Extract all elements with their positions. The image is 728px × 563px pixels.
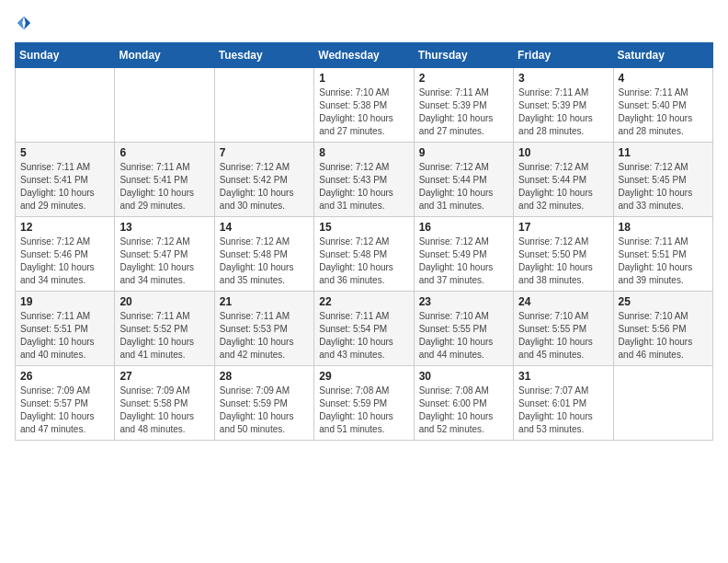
day-number: 27	[119, 370, 209, 383]
day-info: Sunrise: 7:12 AM Sunset: 5:43 PM Dayligh…	[319, 161, 408, 213]
day-number: 16	[419, 221, 508, 234]
calendar-cell: 30Sunrise: 7:08 AM Sunset: 6:00 PM Dayli…	[414, 366, 513, 441]
calendar-cell	[16, 68, 115, 143]
day-info: Sunrise: 7:11 AM Sunset: 5:40 PM Dayligh…	[619, 86, 708, 138]
day-number: 26	[20, 370, 109, 383]
day-info: Sunrise: 7:10 AM Sunset: 5:55 PM Dayligh…	[419, 310, 508, 362]
calendar-cell: 23Sunrise: 7:10 AM Sunset: 5:55 PM Dayli…	[414, 292, 513, 366]
day-info: Sunrise: 7:11 AM Sunset: 5:41 PM Dayligh…	[20, 161, 109, 213]
day-number: 1	[319, 72, 408, 85]
day-info: Sunrise: 7:09 AM Sunset: 5:59 PM Dayligh…	[220, 385, 309, 436]
week-row-1: 1Sunrise: 7:10 AM Sunset: 5:38 PM Daylig…	[16, 68, 713, 143]
day-number: 14	[220, 221, 309, 234]
svg-marker-1	[17, 17, 24, 29]
calendar-cell: 2Sunrise: 7:11 AM Sunset: 5:39 PM Daylig…	[414, 68, 513, 143]
day-number: 15	[319, 221, 408, 234]
day-number: 21	[220, 295, 309, 308]
day-number: 2	[419, 72, 508, 85]
day-number: 28	[220, 370, 309, 383]
day-info: Sunrise: 7:12 AM Sunset: 5:44 PM Dayligh…	[419, 161, 508, 213]
day-header-tuesday: Tuesday	[214, 43, 313, 68]
calendar-cell: 28Sunrise: 7:09 AM Sunset: 5:59 PM Dayli…	[214, 366, 313, 441]
calendar-cell: 19Sunrise: 7:11 AM Sunset: 5:51 PM Dayli…	[16, 292, 115, 366]
day-info: Sunrise: 7:10 AM Sunset: 5:56 PM Dayligh…	[619, 310, 708, 362]
day-number: 25	[619, 295, 708, 308]
day-number: 10	[518, 146, 608, 159]
calendar-cell: 25Sunrise: 7:10 AM Sunset: 5:56 PM Dayli…	[613, 292, 712, 366]
calendar-cell: 24Sunrise: 7:10 AM Sunset: 5:55 PM Dayli…	[514, 292, 613, 366]
day-header-monday: Monday	[115, 43, 214, 68]
calendar-cell: 18Sunrise: 7:11 AM Sunset: 5:51 PM Dayli…	[613, 217, 712, 292]
day-info: Sunrise: 7:09 AM Sunset: 5:57 PM Dayligh…	[20, 385, 109, 436]
calendar-cell: 16Sunrise: 7:12 AM Sunset: 5:49 PM Dayli…	[414, 217, 513, 292]
calendar-cell: 12Sunrise: 7:12 AM Sunset: 5:46 PM Dayli…	[16, 217, 115, 292]
day-number: 7	[220, 146, 309, 159]
day-number: 22	[319, 295, 408, 308]
day-number: 29	[319, 370, 408, 383]
calendar-cell: 21Sunrise: 7:11 AM Sunset: 5:53 PM Dayli…	[214, 292, 313, 366]
day-info: Sunrise: 7:11 AM Sunset: 5:51 PM Dayligh…	[20, 310, 109, 362]
week-row-4: 19Sunrise: 7:11 AM Sunset: 5:51 PM Dayli…	[16, 292, 713, 366]
calendar-cell: 8Sunrise: 7:12 AM Sunset: 5:43 PM Daylig…	[314, 143, 414, 217]
calendar-cell: 22Sunrise: 7:11 AM Sunset: 5:54 PM Dayli…	[314, 292, 414, 366]
day-info: Sunrise: 7:12 AM Sunset: 5:50 PM Dayligh…	[518, 236, 608, 287]
logo-icon	[16, 15, 32, 31]
day-number: 9	[419, 146, 508, 159]
calendar-cell: 14Sunrise: 7:12 AM Sunset: 5:48 PM Dayli…	[214, 217, 313, 292]
day-info: Sunrise: 7:10 AM Sunset: 5:38 PM Dayligh…	[319, 86, 408, 138]
svg-marker-0	[24, 17, 30, 29]
day-info: Sunrise: 7:08 AM Sunset: 6:00 PM Dayligh…	[419, 385, 508, 436]
calendar-table: SundayMondayTuesdayWednesdayThursdayFrid…	[15, 42, 713, 441]
day-number: 6	[119, 146, 209, 159]
day-info: Sunrise: 7:11 AM Sunset: 5:39 PM Dayligh…	[419, 86, 508, 138]
day-info: Sunrise: 7:11 AM Sunset: 5:54 PM Dayligh…	[319, 310, 408, 362]
calendar-cell: 27Sunrise: 7:09 AM Sunset: 5:58 PM Dayli…	[115, 366, 214, 441]
day-number: 4	[619, 72, 708, 85]
day-info: Sunrise: 7:09 AM Sunset: 5:58 PM Dayligh…	[119, 385, 209, 436]
day-number: 19	[20, 295, 109, 308]
day-info: Sunrise: 7:11 AM Sunset: 5:51 PM Dayligh…	[619, 236, 708, 287]
day-number: 3	[518, 72, 608, 85]
day-info: Sunrise: 7:12 AM Sunset: 5:45 PM Dayligh…	[619, 161, 708, 213]
day-info: Sunrise: 7:11 AM Sunset: 5:41 PM Dayligh…	[119, 161, 209, 213]
calendar-cell: 1Sunrise: 7:10 AM Sunset: 5:38 PM Daylig…	[314, 68, 414, 143]
day-info: Sunrise: 7:12 AM Sunset: 5:48 PM Dayligh…	[319, 236, 408, 287]
day-number: 24	[518, 295, 608, 308]
day-header-saturday: Saturday	[613, 43, 712, 68]
day-number: 8	[319, 146, 408, 159]
week-row-5: 26Sunrise: 7:09 AM Sunset: 5:57 PM Dayli…	[16, 366, 713, 441]
day-header-thursday: Thursday	[414, 43, 513, 68]
day-info: Sunrise: 7:12 AM Sunset: 5:42 PM Dayligh…	[220, 161, 309, 213]
day-header-wednesday: Wednesday	[314, 43, 414, 68]
day-number: 20	[119, 295, 209, 308]
day-info: Sunrise: 7:07 AM Sunset: 6:01 PM Dayligh…	[518, 385, 608, 436]
day-number: 5	[20, 146, 109, 159]
calendar-cell: 31Sunrise: 7:07 AM Sunset: 6:01 PM Dayli…	[514, 366, 613, 441]
calendar-cell: 15Sunrise: 7:12 AM Sunset: 5:48 PM Dayli…	[314, 217, 414, 292]
day-number: 18	[619, 221, 708, 234]
week-row-2: 5Sunrise: 7:11 AM Sunset: 5:41 PM Daylig…	[16, 143, 713, 217]
calendar-cell: 9Sunrise: 7:12 AM Sunset: 5:44 PM Daylig…	[414, 143, 513, 217]
calendar-header-row: SundayMondayTuesdayWednesdayThursdayFrid…	[16, 43, 713, 68]
calendar-cell: 5Sunrise: 7:11 AM Sunset: 5:41 PM Daylig…	[16, 143, 115, 217]
page-header	[15, 15, 713, 31]
day-number: 13	[119, 221, 209, 234]
day-info: Sunrise: 7:11 AM Sunset: 5:53 PM Dayligh…	[220, 310, 309, 362]
calendar-cell: 7Sunrise: 7:12 AM Sunset: 5:42 PM Daylig…	[214, 143, 313, 217]
calendar-cell: 4Sunrise: 7:11 AM Sunset: 5:40 PM Daylig…	[613, 68, 712, 143]
day-info: Sunrise: 7:10 AM Sunset: 5:55 PM Dayligh…	[518, 310, 608, 362]
day-info: Sunrise: 7:12 AM Sunset: 5:47 PM Dayligh…	[119, 236, 209, 287]
day-info: Sunrise: 7:11 AM Sunset: 5:39 PM Dayligh…	[518, 86, 608, 138]
day-info: Sunrise: 7:12 AM Sunset: 5:49 PM Dayligh…	[419, 236, 508, 287]
day-info: Sunrise: 7:12 AM Sunset: 5:48 PM Dayligh…	[220, 236, 309, 287]
week-row-3: 12Sunrise: 7:12 AM Sunset: 5:46 PM Dayli…	[16, 217, 713, 292]
day-number: 11	[619, 146, 708, 159]
day-number: 23	[419, 295, 508, 308]
calendar-cell: 3Sunrise: 7:11 AM Sunset: 5:39 PM Daylig…	[514, 68, 613, 143]
calendar-cell: 6Sunrise: 7:11 AM Sunset: 5:41 PM Daylig…	[115, 143, 214, 217]
calendar-cell: 11Sunrise: 7:12 AM Sunset: 5:45 PM Dayli…	[613, 143, 712, 217]
calendar-cell: 26Sunrise: 7:09 AM Sunset: 5:57 PM Dayli…	[16, 366, 115, 441]
calendar-cell	[214, 68, 313, 143]
calendar-cell	[613, 366, 712, 441]
calendar-cell: 10Sunrise: 7:12 AM Sunset: 5:44 PM Dayli…	[514, 143, 613, 217]
